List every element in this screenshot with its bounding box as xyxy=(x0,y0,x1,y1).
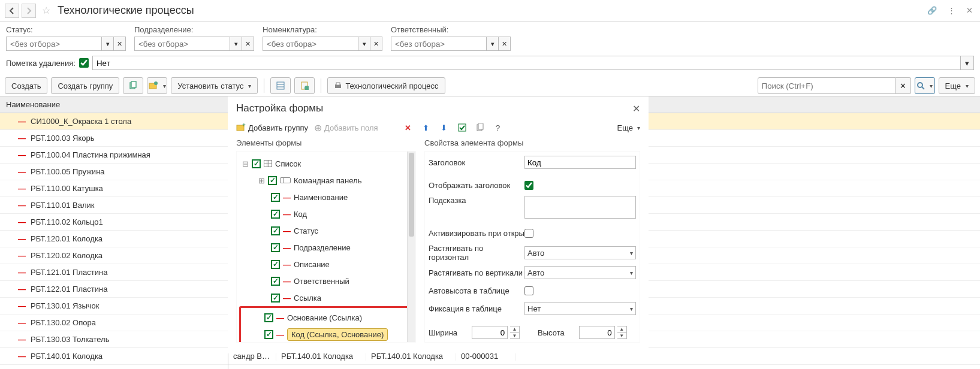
more-button[interactable]: Еще▾ xyxy=(939,77,975,94)
folder-action-button[interactable]: ▾ xyxy=(147,77,167,94)
prop-stretch-v-select[interactable]: Авто▾ xyxy=(524,266,636,279)
favorite-star-icon[interactable]: ☆ xyxy=(42,5,50,16)
tree-cmd-panel[interactable]: ⊞ ✓ Командная панель xyxy=(239,172,413,189)
kebab-menu-icon[interactable]: ⋮ xyxy=(945,6,958,15)
tree-root[interactable]: ⊟ ✓ Список xyxy=(239,155,413,172)
table-row[interactable]: —РБТ.130.01 Язычок xyxy=(0,298,228,314)
table-row[interactable]: —СИ1000_К_Окраска 1 стола xyxy=(0,113,228,130)
row-name: РБТ.100.04 Пластина прижимная xyxy=(31,150,150,159)
checkbox-icon[interactable]: ✓ xyxy=(268,176,277,185)
height-spinner[interactable]: ▲▼ xyxy=(617,326,627,339)
tree-item-resp[interactable]: ✓ — Ответственный xyxy=(239,273,413,289)
create-group-button[interactable]: Создать группу xyxy=(51,77,119,94)
checkbox-icon[interactable]: ✓ xyxy=(264,330,273,339)
dialog-title: Настройка формы xyxy=(236,102,323,114)
tree-item-desc[interactable]: ✓ — Описание xyxy=(239,256,413,273)
filter-nomen-dropdown[interactable]: ▾ xyxy=(358,37,370,51)
prop-height-input[interactable] xyxy=(579,326,615,339)
help-button[interactable]: ? xyxy=(492,122,504,134)
deletion-mark-checkbox[interactable] xyxy=(79,58,89,68)
filter-nomen-label: Номенклатура: xyxy=(263,25,382,34)
table-row[interactable]: —РБТ.100.04 Пластина прижимная xyxy=(0,147,228,164)
nav-forward-button[interactable] xyxy=(22,4,36,18)
copy-button[interactable] xyxy=(123,77,143,94)
filter-resp-input[interactable] xyxy=(391,37,487,51)
search-input[interactable] xyxy=(758,77,895,94)
add-group-button[interactable]: + Добавить группу xyxy=(236,123,308,132)
copy-settings-button[interactable] xyxy=(474,122,486,134)
checkbox-icon[interactable]: ✓ xyxy=(264,313,273,322)
deletion-mark-dropdown[interactable]: ▾ xyxy=(961,56,974,70)
checkbox-icon[interactable]: ✓ xyxy=(271,226,280,235)
table-row[interactable]: —РБТ.140.01 Колодка xyxy=(0,348,228,365)
search-button[interactable]: ▾ xyxy=(915,77,935,94)
table-row[interactable]: —РБТ.130.03 Толкатель xyxy=(0,331,228,348)
table-row[interactable]: —РБТ.120.02 Колодка xyxy=(0,247,228,264)
prop-fixation-select[interactable]: Нет▾ xyxy=(524,302,636,315)
table-row[interactable]: —РБТ.110.00 Катушка xyxy=(0,180,228,197)
filter-dept-input[interactable] xyxy=(134,37,230,51)
tree-item-status[interactable]: ✓ — Статус xyxy=(239,222,413,239)
filter-nomen-clear[interactable]: ✕ xyxy=(370,37,382,51)
filter-dept-clear[interactable]: ✕ xyxy=(242,37,254,51)
list-mode-button[interactable] xyxy=(270,77,291,94)
close-icon[interactable]: ✕ xyxy=(964,6,975,15)
dialog-close-button[interactable]: ✕ xyxy=(632,103,640,114)
table-row[interactable]: —РБТ.100.03 Якорь xyxy=(0,130,228,147)
filter-status-input[interactable] xyxy=(6,37,102,51)
collapse-icon[interactable]: ⊟ xyxy=(242,159,249,168)
prop-activate-checkbox[interactable] xyxy=(524,229,533,238)
nav-back-button[interactable] xyxy=(5,4,19,18)
table-row[interactable]: —РБТ.130.02 Опора xyxy=(0,314,228,331)
checkbox-icon[interactable]: ✓ xyxy=(271,193,280,202)
tree-item-base-link[interactable]: ✓ — Основание (Ссылка) xyxy=(243,309,409,326)
link-icon[interactable]: 🔗 xyxy=(925,6,939,15)
checkbox-icon[interactable]: ✓ xyxy=(271,277,280,286)
tree-scrollbar[interactable] xyxy=(407,152,415,342)
move-down-button[interactable]: ⬇ xyxy=(438,122,450,134)
row-name: РБТ.120.02 Колодка xyxy=(31,251,102,260)
table-row[interactable]: —РБТ.121.01 Пластина xyxy=(0,264,228,281)
prop-stretch-h-select[interactable]: Авто▾ xyxy=(524,246,636,259)
select-all-button[interactable] xyxy=(456,122,468,134)
dialog-toolbar: + Добавить группу ⊕ Добавить поля ✕ ⬆ ⬇ … xyxy=(228,119,649,138)
checkbox-icon[interactable]: ✓ xyxy=(271,210,280,219)
table-row[interactable]: —РБТ.120.01 Колодка xyxy=(0,231,228,247)
table-row[interactable]: —РБТ.110.01 Валик xyxy=(0,197,228,214)
filter-nomen-input[interactable] xyxy=(263,37,358,51)
tree-item-code[interactable]: ✓ — Код xyxy=(239,205,413,222)
deletion-mark-value[interactable] xyxy=(92,56,961,70)
row-name: РБТ.130.03 Толкатель xyxy=(31,335,109,344)
checkbox-icon[interactable]: ✓ xyxy=(271,243,280,252)
checkbox-icon[interactable]: ✓ xyxy=(271,294,280,303)
set-status-button[interactable]: Установить статус▾ xyxy=(171,77,258,94)
tree-item-dept[interactable]: ✓ — Подразделение xyxy=(239,239,413,256)
tree-item-name[interactable]: ✓ — Наименование xyxy=(239,189,413,205)
width-spinner[interactable]: ▲▼ xyxy=(510,326,520,339)
filter-status-clear[interactable]: ✕ xyxy=(114,37,126,51)
search-clear-button[interactable]: ✕ xyxy=(895,77,911,94)
filter-resp-clear[interactable]: ✕ xyxy=(499,37,511,51)
prop-width-input[interactable] xyxy=(472,326,508,339)
move-up-button[interactable]: ⬆ xyxy=(420,122,432,134)
tree-item-code-link[interactable]: ✓ — Код (Ссылка, Основание) xyxy=(243,326,409,343)
prop-header-input[interactable] xyxy=(524,156,636,169)
filter-dept-dropdown[interactable]: ▾ xyxy=(230,37,242,51)
expand-icon[interactable]: ⊞ xyxy=(258,176,265,185)
print-tech-proc-button[interactable]: Технологический процесс xyxy=(327,77,445,94)
create-button[interactable]: Создать xyxy=(5,77,47,94)
prop-hint-input[interactable] xyxy=(524,196,636,219)
delete-button[interactable]: ✕ xyxy=(402,122,414,134)
filter-status-dropdown[interactable]: ▾ xyxy=(102,37,114,51)
table-row[interactable]: —РБТ.110.02 Кольцо1 xyxy=(0,214,228,231)
table-row[interactable]: —РБТ.122.01 Пластина xyxy=(0,281,228,298)
prop-autoheight-checkbox[interactable] xyxy=(524,286,533,295)
prop-show-header-checkbox[interactable] xyxy=(524,181,533,190)
filter-resp-dropdown[interactable]: ▾ xyxy=(487,37,499,51)
table-row[interactable]: —РБТ.100.05 Пружина xyxy=(0,164,228,180)
tree-item-link[interactable]: ✓ — Ссылка xyxy=(239,289,413,306)
checkbox-icon[interactable]: ✓ xyxy=(271,260,280,269)
dialog-more-button[interactable]: Еще▾ xyxy=(617,123,640,132)
checkbox-icon[interactable]: ✓ xyxy=(252,159,261,168)
attach-button[interactable] xyxy=(294,77,315,94)
